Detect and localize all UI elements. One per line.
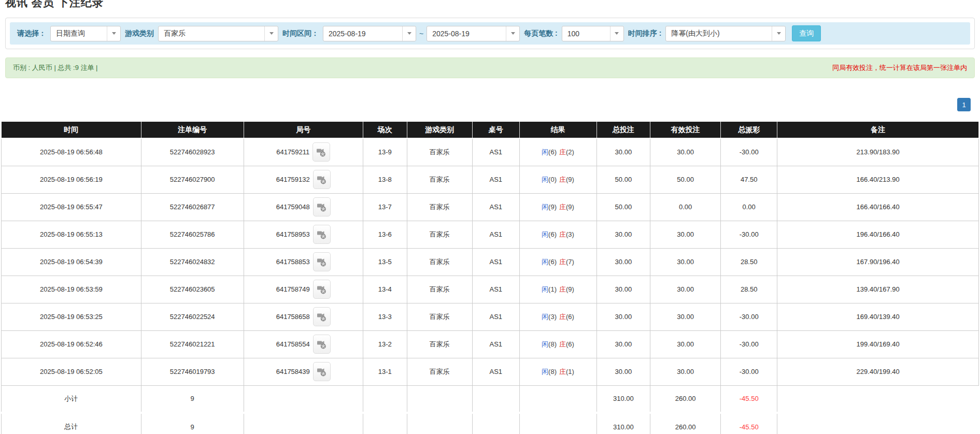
round-id-cell: 641758953 (244, 221, 363, 248)
table-row: 2025-08-19 06:53:25522746022524641758658… (2, 303, 979, 330)
result-banker: 庄 (559, 176, 566, 183)
date-from-select[interactable]: 2025-08-19 (323, 26, 416, 41)
video-replay-button[interactable] (313, 197, 331, 216)
game-type-label: 游戏类别 (125, 29, 154, 38)
total-row-label: 总计 (2, 413, 141, 434)
table-body: 2025-08-19 06:56:48522746028923641759211… (2, 138, 979, 434)
remark-cell: 169.40/139.40 (777, 303, 979, 330)
search-button[interactable]: 查询 (792, 25, 821, 41)
subtotal-row: 小计9310.00260.00-45.50 (2, 385, 979, 413)
sort-order-label: 时间排序 : (628, 29, 662, 38)
date-from-value: 2025-08-19 (323, 30, 371, 38)
video-replay-button[interactable] (313, 252, 331, 271)
result-banker: 庄 (559, 368, 566, 375)
valid-bet-cell: 30.00 (650, 221, 721, 248)
video-replay-button[interactable] (313, 335, 331, 354)
round-id-cell: 641758853 (244, 248, 363, 276)
result-banker-score: (9) (566, 176, 574, 183)
page-title: 视讯 会员 下注纪录 (5, 0, 980, 10)
video-replay-button[interactable] (313, 225, 331, 244)
bet-id-cell: 522746021221 (141, 330, 244, 358)
filter-bar: 请选择： 日期查询 游戏类别 百家乐 时间区间： 2025-08-19 ~ 20… (10, 22, 970, 45)
table-row: 2025-08-19 06:52:05522746019793641758439… (2, 358, 979, 385)
total-row-empty-6 (519, 413, 596, 434)
video-replay-button[interactable] (313, 170, 331, 189)
bet-id-cell: 522746028923 (141, 138, 244, 166)
round-id-cell: 641758554 (244, 330, 363, 358)
time-cell: 2025-08-19 06:55:47 (2, 193, 141, 221)
remark-cell: 199.40/169.40 (777, 330, 979, 358)
table-row: 2025-08-19 06:56:48522746028923641759211… (2, 138, 979, 166)
video-replay-icon (317, 229, 327, 240)
bet-id-cell: 522746025786 (141, 221, 244, 248)
total-bet-cell[interactable]: 50.00 (596, 166, 650, 193)
payout-cell: -30.00 (721, 221, 777, 248)
round-id-cell: 641758658 (244, 303, 363, 330)
game-type-select[interactable]: 百家乐 (158, 26, 278, 41)
payout-cell: -30.00 (721, 358, 777, 385)
pagination-page-1[interactable]: 1 (957, 98, 971, 111)
per-page-label: 每页笔数 : (524, 29, 558, 38)
table-number-cell: AS1 (473, 358, 520, 385)
total-bet-cell[interactable]: 30.00 (596, 358, 650, 385)
result-player-score: (0) (548, 176, 557, 183)
video-replay-button[interactable] (313, 280, 331, 299)
video-replay-button[interactable] (313, 362, 331, 381)
date-to-select[interactable]: 2025-08-19 (427, 26, 520, 41)
remark-cell: 229.40/199.40 (777, 358, 979, 385)
result-banker: 庄 (559, 340, 566, 348)
total-row-empty-4 (407, 413, 472, 434)
video-replay-icon (316, 147, 326, 157)
result-player-score: (1) (548, 285, 557, 293)
total-bet-cell[interactable]: 30.00 (596, 303, 650, 330)
payout-cell: -30.00 (721, 138, 777, 166)
result-player: 闲 (542, 340, 548, 348)
result-banker-score: (1) (566, 368, 574, 375)
session-cell: 13-2 (363, 330, 407, 358)
bet-records-table: 时间注单编号局号场次游戏类别桌号结果总投注有效投注总派彩备注 2025-08-1… (1, 122, 979, 434)
sort-order-select[interactable]: 降幂(由大到小) (665, 26, 786, 41)
remark-cell: 166.40/213.90 (777, 166, 979, 193)
total-row: 总计9310.00260.00-45.50 (2, 413, 979, 434)
payout-cell: -30.00 (721, 303, 777, 330)
video-replay-icon (317, 174, 327, 185)
session-cell: 13-5 (363, 248, 407, 276)
valid-bet-cell: 50.00 (650, 166, 721, 193)
table-number-cell: AS1 (473, 276, 520, 303)
subtotal-row-empty-3 (363, 385, 407, 413)
total-bet-cell[interactable]: 30.00 (596, 138, 650, 166)
game-type-cell: 百家乐 (407, 221, 472, 248)
total-row-empty-5 (473, 413, 520, 434)
round-id-value: 641758749 (276, 285, 310, 293)
table-row: 2025-08-19 06:54:39522746024832641758853… (2, 248, 979, 276)
result-banker-score: (9) (566, 285, 574, 293)
chevron-down-icon (107, 26, 120, 41)
total-row-total-bet: 310.00 (596, 413, 650, 434)
total-bet-cell[interactable]: 30.00 (596, 248, 650, 276)
total-row-valid-bet: 260.00 (650, 413, 721, 434)
total-bet-cell[interactable]: 30.00 (596, 221, 650, 248)
valid-bet-cell: 30.00 (650, 138, 721, 166)
subtotal-row-payout: -45.50 (721, 385, 777, 413)
valid-bet-cell: 30.00 (650, 248, 721, 276)
video-replay-button[interactable] (313, 307, 331, 326)
query-type-select[interactable]: 日期查询 (50, 26, 121, 41)
result-cell: 闲(6)庄(3) (519, 221, 596, 248)
session-cell: 13-1 (363, 358, 407, 385)
subtotal-row-valid-bet: 260.00 (650, 385, 721, 413)
round-id-value: 641758554 (276, 340, 310, 348)
round-id-cell: 641759048 (244, 193, 363, 221)
time-cell: 2025-08-19 06:56:19 (2, 166, 141, 193)
game-type-cell: 百家乐 (407, 193, 472, 221)
table-row: 2025-08-19 06:56:19522746027900641759132… (2, 166, 979, 193)
video-replay-button[interactable] (313, 142, 330, 162)
result-cell: 闲(0)庄(9) (519, 166, 596, 193)
session-cell: 13-7 (363, 193, 407, 221)
per-page-select[interactable]: 100 (562, 26, 624, 41)
total-bet-cell[interactable]: 30.00 (596, 276, 650, 303)
video-replay-icon (317, 256, 327, 267)
total-bet-cell[interactable]: 50.00 (596, 193, 650, 221)
valid-bet-cell: 30.00 (650, 276, 721, 303)
table-number-cell: AS1 (473, 303, 520, 330)
total-bet-cell[interactable]: 30.00 (596, 330, 650, 358)
